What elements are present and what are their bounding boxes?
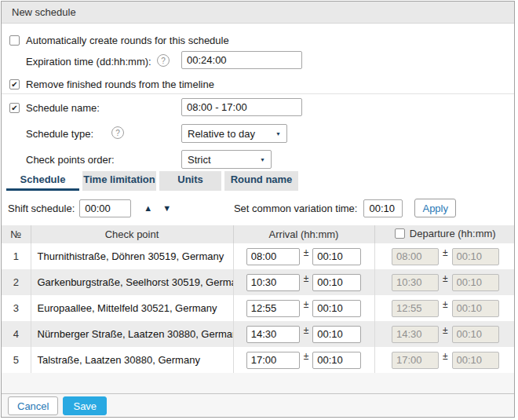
table-header-row: № Check point Arrival (hh:mm) Departure … — [2, 225, 515, 243]
arrival-variation-input[interactable] — [312, 248, 361, 265]
checkpoints-table: № Check point Arrival (hh:mm) Departure … — [2, 225, 515, 373]
departure-enable-checkbox[interactable] — [395, 228, 405, 239]
auto-create-rounds-checkbox[interactable] — [9, 35, 20, 46]
row-number: 1 — [2, 243, 31, 269]
save-button[interactable]: Save — [63, 396, 107, 415]
dialog-footer: Cancel Save — [2, 393, 514, 418]
variation-group: Set common variation time: Apply — [234, 199, 514, 217]
departure-time-input — [392, 248, 439, 265]
table-bottom-spacer — [2, 373, 514, 393]
schedule-form: Automatically create rounds for this sch… — [2, 24, 514, 171]
table-row: 4 Nürnberger Straße, Laatzen 30880, Germ… — [2, 321, 515, 347]
variation-time-label: Set common variation time: — [234, 203, 358, 214]
tab-schedule[interactable]: Schedule — [6, 171, 79, 191]
checkpoint-name: Europaallee, Mittelfeld 30521, Germany — [31, 295, 233, 321]
apply-button[interactable]: Apply — [414, 199, 456, 217]
variation-time-input[interactable] — [363, 199, 403, 217]
departure-time-input — [392, 352, 439, 369]
shift-schedule-label: Shift schedule: — [8, 203, 75, 214]
column-header-arrival: Arrival (hh:mm) — [233, 225, 374, 243]
departure-variation-input — [452, 300, 499, 317]
departure-variation-input — [452, 274, 499, 291]
checkpoints-order-label: Check points order: — [26, 154, 115, 166]
departure-header-label: Departure (hh:mm) — [410, 228, 496, 239]
arrival-time-input[interactable] — [246, 274, 300, 291]
plus-minus-sign: ± — [304, 351, 309, 362]
schedule-name-label: Schedule name: — [26, 102, 100, 114]
chevron-down-icon: ▼ — [260, 157, 265, 163]
departure-time-input — [392, 300, 439, 317]
plus-minus-sign: ± — [443, 351, 448, 362]
expiration-help-icon[interactable]: ? — [157, 54, 170, 67]
plus-minus-sign: ± — [443, 299, 448, 310]
schedule-type-label: Schedule type: — [26, 128, 93, 140]
arrival-time-input[interactable] — [246, 248, 300, 265]
plus-minus-sign: ± — [443, 325, 448, 336]
shift-schedule-input[interactable] — [79, 199, 131, 217]
plus-minus-sign: ± — [443, 247, 448, 258]
arrival-time-input[interactable] — [246, 326, 300, 343]
tab-units[interactable]: Units — [159, 171, 221, 191]
row-number: 3 — [2, 295, 31, 321]
plus-minus-sign: ± — [304, 247, 309, 258]
schedule-type-select[interactable]: Relative to day ▼ — [181, 124, 287, 143]
checkpoint-name: Garkenburgstraße, Seelhorst 30519, Germa… — [31, 269, 233, 295]
shift-down-icon[interactable]: ▼ — [162, 204, 171, 213]
departure-time-input — [392, 274, 439, 291]
remove-finished-label: Remove finished rounds from the timeline — [26, 79, 214, 90]
arrival-time-input[interactable] — [246, 352, 300, 369]
dialog-title: New schedule — [2, 2, 514, 24]
checkpoints-order-select[interactable]: Strict ▼ — [181, 150, 272, 169]
new-schedule-dialog: New schedule Automatically create rounds… — [1, 1, 515, 418]
plus-minus-sign: ± — [304, 273, 309, 284]
shift-up-icon[interactable]: ▲ — [144, 204, 152, 213]
schedule-name-checkbox[interactable]: ✔ — [9, 103, 20, 113]
column-header-departure: Departure (hh:mm) — [374, 225, 515, 243]
expiration-time-input[interactable] — [181, 51, 302, 69]
schedule-type-value: Relative to day — [188, 128, 255, 140]
table-row: 1 Thurnithistraße, Döhren 30519, Germany… — [2, 243, 515, 269]
arrival-time-input[interactable] — [246, 300, 300, 317]
row-number: 5 — [2, 347, 31, 373]
tab-time-limitation[interactable]: Time limitation — [82, 171, 156, 191]
departure-variation-input — [452, 352, 499, 369]
remove-finished-checkbox[interactable]: ✔ — [9, 79, 20, 89]
plus-minus-sign: ± — [304, 325, 309, 336]
tab-round-name[interactable]: Round name — [224, 171, 298, 191]
arrival-variation-input[interactable] — [312, 274, 361, 291]
expiration-time-label: Expiration time (dd:hh:mm): — [26, 56, 151, 68]
table-row: 5 Talstraße, Laatzen 30880, Germany ± ± — [2, 347, 515, 373]
cancel-button[interactable]: Cancel — [8, 396, 58, 415]
schedule-type-help-icon[interactable]: ? — [111, 126, 124, 139]
departure-time-input — [392, 326, 439, 343]
column-header-number: № — [2, 225, 31, 243]
table-row: 3 Europaallee, Mittelfeld 30521, Germany… — [2, 295, 515, 321]
arrival-variation-input[interactable] — [312, 300, 361, 317]
arrival-variation-input[interactable] — [312, 352, 361, 369]
row-number: 4 — [2, 321, 31, 347]
schedule-toolbar: Shift schedule: ▲ ▼ Set common variation… — [2, 191, 514, 225]
column-header-checkpoint: Check point — [31, 225, 233, 243]
auto-create-rounds-label: Automatically create rounds for this sch… — [26, 35, 229, 46]
departure-variation-input — [452, 248, 499, 265]
checkpoint-name: Nürnberger Straße, Laatzen 30880, German… — [31, 321, 233, 347]
row-number: 2 — [2, 269, 31, 295]
chevron-down-icon: ▼ — [275, 131, 281, 137]
schedule-name-input[interactable] — [181, 98, 302, 116]
plus-minus-sign: ± — [443, 273, 448, 284]
checkpoints-order-value: Strict — [188, 154, 211, 166]
table-row: 2 Garkenburgstraße, Seelhorst 30519, Ger… — [2, 269, 515, 295]
arrival-variation-input[interactable] — [312, 326, 361, 343]
form-divider — [2, 93, 514, 94]
plus-minus-sign: ± — [304, 299, 309, 310]
checkpoint-name: Thurnithistraße, Döhren 30519, Germany — [31, 243, 233, 269]
checkpoint-name: Talstraße, Laatzen 30880, Germany — [31, 347, 233, 373]
tab-bar: Schedule Time limitation Units Round nam… — [2, 171, 514, 191]
departure-variation-input — [452, 326, 499, 343]
